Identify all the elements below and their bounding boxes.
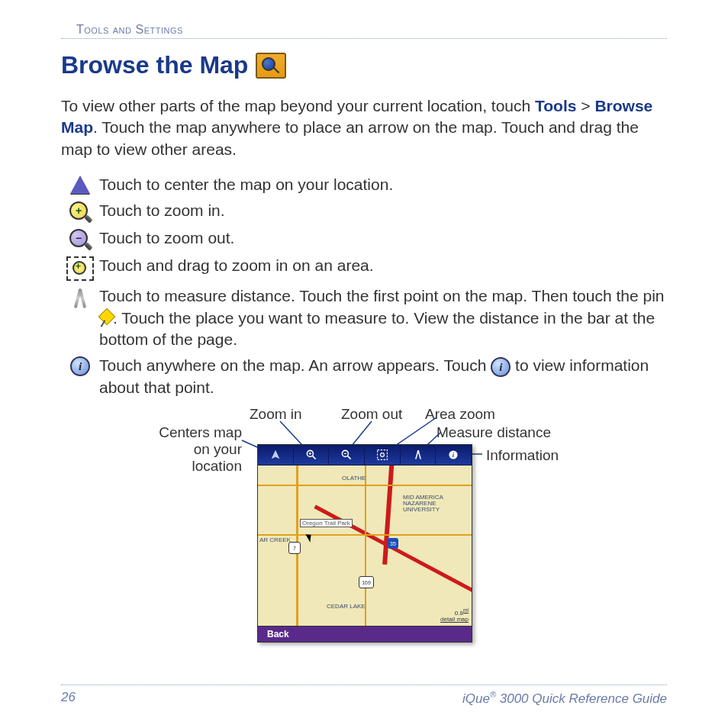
center-location-icon [61,174,99,194]
tb-center-icon[interactable] [258,445,294,465]
svg-point-16 [417,450,418,452]
info-desc: Touch anywhere on the map. An arrow appe… [99,355,667,398]
map-canvas[interactable]: OLATHE AR CREEK MID AMERICA NAZARENE UNI… [258,465,472,626]
map-shield-35: 35 [388,538,398,549]
tb-zoom-out-icon[interactable] [329,445,365,465]
section-breadcrumb: Tools and Settings [61,23,667,39]
tb-compass-icon[interactable] [401,445,436,465]
map-label-cedar: CEDAR LAKE [327,603,366,610]
callout-info: Information [486,447,559,464]
map-label-arcreek: AR CREEK [259,536,291,543]
callout-zoom-out: Zoom out [341,406,402,423]
callout-measure: Measure distance [436,424,551,441]
svg-point-15 [380,453,384,457]
svg-line-8 [312,456,315,459]
map-label-olathe: OLATHE [342,475,366,482]
zoom-in-desc: Touch to zoom in. [99,200,667,221]
zoom-out-icon: − [61,227,99,250]
map-label-manu: MID AMERICA NAZARENE UNIVERSITY [403,494,464,513]
callout-centers: Centers map on your location [158,424,242,475]
map-screenshot: i OLATHE AR CREEK MID AMERICA NAZARENE U… [257,444,472,643]
measure-desc: Touch to measure distance. Touch the fir… [99,285,667,350]
title-text: Browse the Map [61,51,248,79]
area-zoom-icon [61,255,99,281]
compass-icon [61,285,99,308]
callout-zoom-in: Zoom in [250,406,302,423]
map-shield-7: 7 [288,542,301,554]
center-location-desc: Touch to center the map on your location… [99,174,667,195]
info-icon-inline: i [491,357,511,377]
page-title: Browse the Map [61,51,667,79]
page-footer: 26 iQue® 3000 Quick Reference Guide [61,685,667,707]
page-number: 26 [61,690,76,707]
svg-rect-14 [377,450,387,460]
intro-paragraph: To view other parts of the map beyond yo… [61,95,667,160]
map-scale: 0.8mi detail map [440,607,469,623]
footer-title: iQue® 3000 Quick Reference Guide [462,690,667,707]
zoom-out-desc: Touch to zoom out. [99,227,667,249]
pin-icon [99,312,113,326]
info-icon: i [61,355,99,376]
map-toolbar: i [258,445,472,465]
callout-area-zoom: Area zoom [425,406,495,423]
area-zoom-desc: Touch and drag to zoom in on an area. [99,255,667,276]
zoom-in-icon: + [61,200,99,223]
tb-area-zoom-icon[interactable] [365,445,401,465]
tb-zoom-in-icon[interactable] [294,445,330,465]
map-back-button[interactable]: Back [258,626,472,642]
tools-link-text: Tools [535,97,576,114]
toolbar-diagram: Zoom in Zoom out Area zoom Measure dista… [127,406,601,658]
svg-marker-6 [272,451,279,459]
map-shield-169: 169 [359,576,374,588]
map-poi-label: Oregon Trail Park [300,519,353,527]
tb-info-icon[interactable]: i [436,445,472,465]
svg-line-12 [348,456,351,459]
browse-map-icon [256,53,286,79]
